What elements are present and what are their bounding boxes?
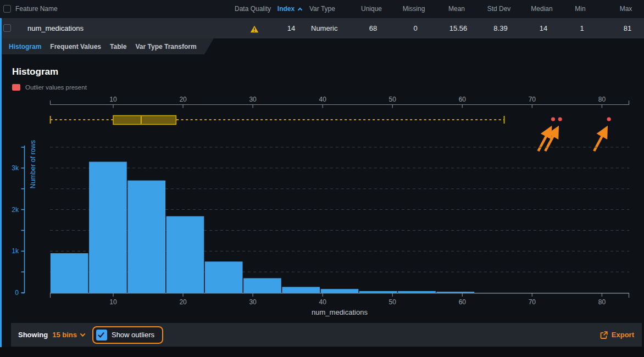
- svg-text:50: 50: [389, 298, 397, 306]
- export-button[interactable]: Export: [599, 331, 634, 339]
- cell-index: 14: [267, 18, 316, 38]
- feature-data-page: Feature Name Data QualityIndexVar TypeUn…: [0, 0, 644, 357]
- outlier-annotations: [538, 117, 610, 151]
- svg-text:30: 30: [249, 96, 257, 103]
- histogram-bar[interactable]: [51, 253, 88, 293]
- export-icon: [599, 331, 608, 339]
- y-axis: 01k2k3kNumber of rows: [12, 140, 37, 297]
- svg-text:20: 20: [179, 298, 187, 306]
- tab-table[interactable]: Table: [110, 43, 134, 51]
- x-axis: 1020304050607080num_medications: [50, 293, 629, 316]
- tab-strip: HistogramFrequent ValuesTableVar Type Tr…: [2, 38, 214, 54]
- svg-text:60: 60: [459, 298, 467, 306]
- histogram-bar[interactable]: [127, 181, 165, 293]
- histogram-bar[interactable]: [243, 278, 281, 293]
- svg-text:10: 10: [109, 298, 117, 306]
- showing-label: Showing: [18, 331, 48, 339]
- section-title: Histogram: [12, 66, 58, 77]
- outlier-arrow-icon: [594, 130, 606, 151]
- histogram-svg: 102030405060708001k2k3kNumber of rows102…: [0, 93, 644, 323]
- tab-histogram[interactable]: Histogram: [9, 43, 48, 51]
- cell-max: 81: [606, 18, 644, 38]
- x-axis-title: num_medications: [312, 308, 368, 316]
- outlier-dot: [558, 117, 562, 121]
- svg-text:60: 60: [459, 96, 467, 103]
- svg-text:70: 70: [529, 298, 536, 306]
- svg-text:3k: 3k: [12, 164, 19, 172]
- boxplot-ruler: 1020304050607080: [50, 96, 629, 108]
- row-checkbox[interactable]: [3, 24, 11, 32]
- svg-text:0: 0: [15, 289, 19, 297]
- column-header-feature-name[interactable]: Feature Name: [15, 0, 58, 18]
- svg-text:20: 20: [179, 96, 187, 103]
- show-outliers-checkbox[interactable]: [96, 330, 107, 341]
- bins-dropdown-value: 15 bins: [52, 331, 77, 339]
- show-outliers-label: Show outliers: [112, 331, 154, 339]
- y-axis-title: Number of rows: [29, 140, 37, 188]
- sort-ascending-icon: [298, 8, 302, 12]
- histogram-chart: 102030405060708001k2k3kNumber of rows102…: [0, 93, 644, 323]
- feature-row[interactable]: num_medications 14Numeric68015.568.39141…: [2, 18, 644, 38]
- svg-text:40: 40: [319, 96, 327, 103]
- feature-table-header: Feature Name Data QualityIndexVar TypeUn…: [0, 0, 644, 18]
- tab-frequent-values[interactable]: Frequent Values: [50, 43, 108, 51]
- svg-text:10: 10: [109, 96, 117, 103]
- outlier-dot: [607, 117, 611, 121]
- chart-footer: Showing 15 bins Show outliers Export: [11, 323, 642, 347]
- histogram-bars: [51, 162, 474, 293]
- warning-icon: [250, 25, 259, 33]
- histogram-bar[interactable]: [321, 289, 359, 293]
- chevron-down-icon: [80, 331, 86, 337]
- cell-min: 1: [560, 18, 604, 38]
- svg-text:30: 30: [249, 298, 257, 306]
- histogram-bar[interactable]: [436, 292, 474, 293]
- histogram-bar[interactable]: [166, 216, 204, 293]
- svg-text:2k: 2k: [12, 206, 19, 214]
- histogram-bar[interactable]: [359, 291, 397, 293]
- box-plot: [51, 116, 504, 125]
- tab-var-type-transform[interactable]: Var Type Transform: [136, 43, 204, 51]
- histogram-bar[interactable]: [205, 261, 243, 293]
- histogram-bar[interactable]: [398, 291, 436, 293]
- tab-bar: HistogramFrequent ValuesTableVar Type Tr…: [2, 38, 644, 54]
- feature-detail-panel: num_medications 14Numeric68015.568.39141…: [0, 18, 644, 347]
- outlier-dot: [551, 117, 555, 121]
- svg-text:70: 70: [529, 96, 536, 103]
- outlier-legend-swatch: [12, 84, 20, 91]
- export-label: Export: [612, 331, 634, 339]
- cell-feature-name: num_medications: [27, 18, 84, 38]
- outlier-legend-label: Outlier values present: [25, 84, 87, 91]
- svg-text:50: 50: [389, 96, 397, 103]
- bins-dropdown[interactable]: 15 bins: [52, 331, 85, 339]
- column-header-max[interactable]: Max: [604, 0, 644, 18]
- svg-text:80: 80: [598, 96, 606, 103]
- histogram-bar[interactable]: [282, 287, 320, 293]
- svg-text:80: 80: [598, 298, 606, 306]
- column-header-min[interactable]: Min: [558, 0, 602, 18]
- show-outliers-toggle[interactable]: Show outliers: [92, 326, 163, 344]
- svg-text:1k: 1k: [12, 247, 19, 255]
- select-all-checkbox[interactable]: [3, 5, 11, 13]
- column-header-index[interactable]: Index: [265, 0, 314, 18]
- outlier-legend: Outlier values present: [12, 84, 87, 91]
- histogram-bar[interactable]: [89, 162, 127, 293]
- svg-text:40: 40: [319, 298, 327, 306]
- checkmark-icon: [98, 331, 104, 337]
